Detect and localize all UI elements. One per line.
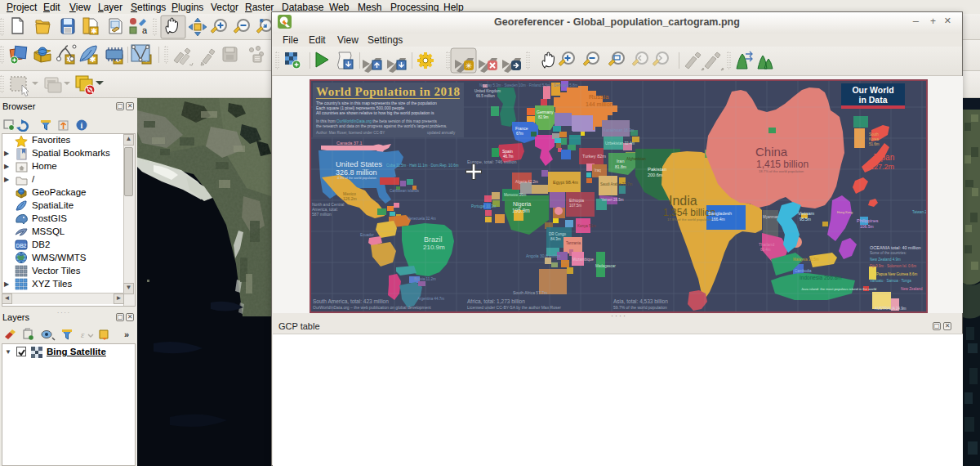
svg-text:South Africa 57.7m: South Africa 57.7m: [513, 290, 547, 295]
svg-text:Vanuatu · Samoa · Tonga: Vanuatu · Samoa · Tonga: [870, 279, 911, 283]
svg-text:AUSTRALIA 24.9m: AUSTRALIA 24.9m: [875, 307, 906, 311]
svg-text:updated annually: updated annually: [427, 131, 456, 135]
svg-text:Fiji 0.9m · Solomon Isl. 0.6m: Fiji 0.9m · Solomon Isl. 0.6m: [870, 264, 916, 268]
svg-text:World Population in 2018: World Population in 2018: [316, 85, 460, 98]
svg-text:Tanzania: Tanzania: [566, 241, 581, 245]
svg-text:South America, total: 423 mill: South America, total: 423 million: [313, 298, 389, 304]
svg-text:Licensed under CC-BY-SA by the: Licensed under CC-BY-SA by the author Ma…: [467, 305, 561, 310]
svg-text:326.8 million: 326.8 million: [336, 168, 377, 177]
svg-text:Korea: Korea: [869, 137, 880, 141]
svg-text:Japan: Japan: [872, 153, 894, 162]
svg-text:Cambodia: Cambodia: [795, 269, 812, 273]
svg-text:Ethiopia: Ethiopia: [569, 198, 584, 203]
svg-text:Vietnam: Vietnam: [798, 211, 814, 216]
svg-text:107.5m: 107.5m: [569, 204, 581, 208]
svg-text:210.9m: 210.9m: [423, 244, 445, 251]
svg-text:Some of the countries:: Some of the countries:: [870, 251, 906, 255]
svg-text:All countries are shown relati: All countries are shown relative to how …: [316, 110, 434, 115]
svg-text:Uzbekistan 32.4m: Uzbekistan 32.4m: [605, 141, 635, 146]
svg-text:Philippines: Philippines: [857, 218, 879, 223]
svg-text:Bangladesh: Bangladesh: [708, 211, 732, 216]
svg-text:Brazil: Brazil: [424, 235, 443, 244]
svg-text:59.7% of the world population: 59.7% of the world population: [613, 305, 667, 310]
svg-text:DB2: DB2: [16, 243, 26, 249]
svg-text:127.2m: 127.2m: [870, 163, 894, 171]
svg-text:Cuba 11.5m · Haiti 11.1m · Dom: Cuba 11.5m · Haiti 11.1m · Dom.Rep. 10.6…: [386, 164, 459, 168]
svg-text:166.4m: 166.4m: [711, 217, 725, 222]
svg-text:Iran: Iran: [617, 159, 624, 164]
svg-text:South: South: [869, 132, 879, 137]
svg-text:Ecuador: Ecuador: [360, 233, 374, 237]
svg-text:New Zealand 4.9m: New Zealand 4.9m: [870, 258, 901, 262]
svg-text:144 million: 144 million: [586, 101, 613, 107]
svg-text:66.5 million: 66.5 million: [476, 94, 495, 98]
svg-text:Canada 37.1: Canada 37.1: [336, 141, 363, 146]
svg-text:Africa, total: 1,273 billion: Africa, total: 1,273 billion: [467, 298, 525, 304]
svg-text:India: India: [669, 194, 697, 208]
svg-text:Bolivia 11.2m: Bolivia 11.2m: [414, 277, 436, 281]
svg-text:Saudi Arabia 33.7m: Saudi Arabia 33.7m: [600, 182, 633, 186]
svg-text:Malaysia 31.5m: Malaysia 31.5m: [793, 258, 819, 262]
svg-text:Java island: the most populous: Java island: the most populous island in…: [801, 287, 877, 291]
svg-text:Papua New Guinea 8.6m: Papua New Guinea 8.6m: [876, 272, 918, 276]
svg-text:51.6m: 51.6m: [869, 142, 880, 146]
svg-text:OCEANIA total: 40 million: OCEANIA total: 40 million: [870, 245, 921, 250]
svg-text:Russia: Russia: [589, 93, 609, 101]
svg-text:Portugal 10.3m: Portugal 10.3m: [471, 204, 497, 208]
svg-text:i: i: [81, 121, 83, 130]
svg-text:Algeria 42.2m: Algeria 42.2m: [515, 180, 538, 184]
svg-text:106.5m: 106.5m: [860, 224, 874, 229]
svg-text:Argentina 44.7m: Argentina 44.7m: [417, 297, 444, 301]
svg-text:Madagascar: Madagascar: [595, 264, 616, 268]
svg-text:126.2m: 126.2m: [343, 196, 357, 201]
svg-text:✱: ✱: [91, 27, 97, 35]
svg-text:Myanmar: Myanmar: [763, 215, 778, 219]
svg-text:195.9m: 195.9m: [512, 208, 530, 213]
svg-text:Kazakhstan 18.3m: Kazakhstan 18.3m: [604, 128, 635, 132]
svg-text:United Kingdom: United Kingdom: [474, 89, 501, 93]
svg-text:Pakistan: Pakistan: [648, 167, 666, 172]
svg-text:67m: 67m: [516, 132, 523, 136]
svg-text:in Data: in Data: [858, 95, 887, 105]
svg-text:Nigeria: Nigeria: [513, 201, 531, 208]
svg-text:Asia, total: 4,533 billion: Asia, total: 4,533 billion: [613, 298, 668, 304]
svg-text:Kenya 51m: Kenya 51m: [577, 224, 596, 228]
svg-text:200.6m: 200.6m: [648, 173, 663, 177]
svg-text:a: a: [142, 25, 148, 35]
svg-text:»: »: [124, 329, 129, 339]
svg-text:Author: Max Roser, licensed un: Author: Max Roser, licensed under CC-BY: [316, 131, 385, 135]
svg-text:Our World: Our World: [852, 85, 893, 95]
svg-text:Turkey 82m: Turkey 82m: [582, 154, 606, 159]
svg-text:84.3m: 84.3m: [550, 237, 561, 241]
svg-text:Norway 5.3m · Sweden 10m · Fin: Norway 5.3m · Sweden 10m · Finland 5.5m …: [479, 83, 578, 87]
svg-text:DR Congo: DR Congo: [549, 232, 567, 236]
svg-text:United States: United States: [336, 159, 382, 168]
svg-text:Spain: Spain: [502, 149, 513, 154]
svg-text:France: France: [515, 126, 528, 131]
svg-text:Iraq: Iraq: [595, 168, 601, 173]
svg-text:Angola 30.8 million: Angola 30.8 million: [526, 253, 560, 258]
svg-text:Venezuela 32.4m: Venezuela 32.4m: [408, 217, 436, 221]
svg-text:46.7m: 46.7m: [503, 155, 514, 159]
svg-text:17.9% of the world population: 17.9% of the world population: [667, 217, 713, 222]
svg-text:587 million: 587 million: [312, 212, 332, 217]
svg-text:Hong Kong: Hong Kong: [837, 211, 853, 214]
svg-text:82.9m: 82.9m: [538, 115, 549, 119]
svg-text:ε: ε: [81, 329, 85, 339]
svg-text:OurWorldInData.org – the web p: OurWorldInData.org – the web publication…: [313, 305, 431, 310]
svg-text:18.7% of the world population: 18.7% of the world population: [759, 169, 804, 173]
svg-text:Indonesia 266.8m: Indonesia 266.8m: [800, 275, 842, 280]
svg-text:the research and data on the p: the research and data on the progress ag…: [316, 124, 447, 128]
svg-text:New Zealand: New Zealand: [901, 287, 923, 291]
svg-text:Taiwan 23.6m: Taiwan 23.6m: [912, 210, 926, 214]
svg-text:Yemen 28.5m: Yemen 28.5m: [601, 198, 624, 202]
svg-text:Thailand: Thailand: [759, 242, 774, 247]
svg-text:Caribbean islands: Caribbean islands: [390, 189, 420, 193]
svg-text:69.4m: 69.4m: [760, 248, 771, 252]
svg-text:✳: ✳: [466, 61, 472, 70]
svg-text:In this from OurWorldInData.or: In this from OurWorldInData.org the beta…: [316, 119, 437, 123]
svg-text:1,415 billion: 1,415 billion: [756, 159, 808, 170]
svg-text:95.5m: 95.5m: [800, 217, 811, 222]
svg-text:4.3% of the world population: 4.3% of the world population: [337, 177, 376, 180]
svg-text:Germany: Germany: [537, 110, 554, 114]
